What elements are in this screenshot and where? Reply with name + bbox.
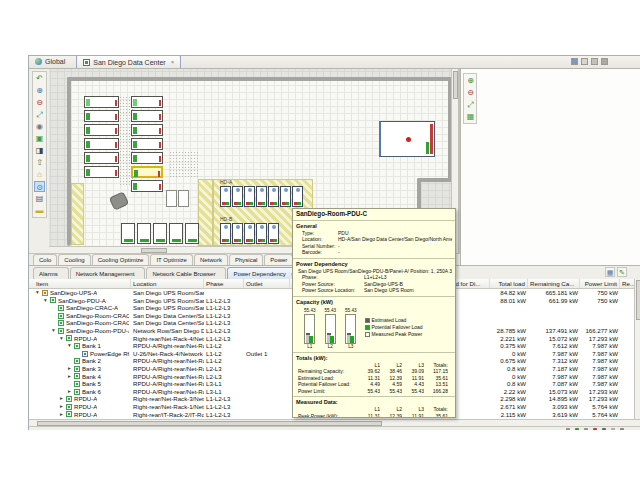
view-mode-tab[interactable]: Cooling Optimize	[92, 254, 150, 265]
rack[interactable]	[131, 138, 163, 150]
rack[interactable]	[84, 110, 119, 122]
rack[interactable]	[185, 223, 199, 244]
item-icon	[74, 381, 80, 387]
rack[interactable]	[84, 96, 119, 108]
totals-row: Power Limit: 55.4355.43 55.43166.28	[296, 388, 448, 395]
close-icon[interactable]: ×	[171, 59, 175, 65]
column-header[interactable]: Location	[131, 279, 204, 288]
view-mode-tab[interactable]: IT Optimize	[150, 254, 193, 265]
legend-swatch	[365, 332, 370, 337]
table-vscrollbar[interactable]	[634, 279, 640, 419]
item-icon	[66, 335, 72, 341]
view-mode-tab[interactable]: Physical	[229, 254, 263, 265]
column-header[interactable]: Total load	[490, 279, 528, 288]
map-tool-icon[interactable]: ⊙	[34, 181, 45, 192]
rack[interactable]	[131, 124, 163, 136]
item-outlet	[244, 357, 290, 365]
rack[interactable]	[153, 223, 167, 244]
column-header[interactable]: Item	[34, 279, 131, 288]
column-header[interactable]: Remaining Ca...	[528, 279, 580, 288]
panel-tab[interactable]: Network Cable Browser	[146, 267, 226, 279]
panel-tab[interactable]: Alarms	[33, 267, 69, 279]
item-icon	[42, 290, 48, 296]
pdu-unit[interactable]	[379, 121, 435, 157]
column-header[interactable]: Power Limit	[580, 279, 620, 288]
map-tool-icon[interactable]: ⊕	[465, 75, 476, 86]
item-total-load: 88.01 kW	[490, 297, 528, 305]
item-power-limit: 750 kW	[580, 297, 620, 305]
view-min-max-buttons[interactable]	[571, 58, 608, 65]
editor-tab[interactable]: Global	[29, 55, 76, 68]
column-header[interactable]: Outlet	[244, 279, 290, 288]
rack[interactable]	[131, 180, 163, 192]
rack[interactable]	[131, 96, 163, 108]
map-tool-icon[interactable]: ▤	[34, 193, 45, 204]
map-tool-icon[interactable]: ◉	[34, 121, 45, 132]
map-tool-icon[interactable]: ◨	[34, 145, 45, 156]
hd-rack[interactable]	[232, 223, 243, 244]
map-tool-icon[interactable]: ▬	[34, 205, 45, 216]
view-mode-tab[interactable]: Colo	[33, 254, 57, 265]
hd-rack[interactable]	[292, 186, 303, 207]
hd-rack[interactable]	[256, 223, 267, 244]
used-for-cell	[450, 335, 490, 343]
editor-tab-bar: Global San Diego Data Center ×	[29, 56, 640, 69]
item-location: Right-rear/Net-Rack-4/Network R...	[131, 335, 204, 343]
item-power-limit	[580, 304, 620, 312]
hd-rack[interactable]	[268, 186, 279, 207]
rack[interactable]	[169, 223, 183, 244]
map-tool-icon[interactable]: ⊖	[34, 97, 45, 108]
map-tool-icon[interactable]: ⊕	[34, 85, 45, 96]
column-header[interactable]: Phase	[204, 279, 244, 288]
map-tool-icon[interactable]: ⤢	[465, 99, 476, 110]
hd-rack[interactable]	[280, 186, 291, 207]
hd-rack[interactable]	[244, 186, 255, 207]
status-icon	[566, 428, 570, 431]
panel-tab-label: Network Cable Browser	[152, 268, 215, 280]
column-header[interactable]: ed for Di...	[450, 279, 490, 288]
rack[interactable]	[137, 223, 151, 244]
item-outlet	[244, 312, 290, 320]
rack[interactable]	[131, 152, 163, 164]
panel-toolbar-icon[interactable]: ✎	[617, 267, 627, 277]
floor-box[interactable]	[166, 190, 177, 207]
item-outlet	[244, 395, 290, 403]
tooltip-power-dependency-section: Power Dependency San Diego UPS Room/SanD…	[293, 258, 455, 296]
used-for-cell	[450, 403, 490, 411]
rack[interactable]	[121, 223, 135, 244]
map-tool-icon[interactable]: ▦	[465, 111, 476, 122]
item-remaining-capacity: 15.073 kW	[528, 388, 580, 396]
map-tool-icon[interactable]: ⊖	[465, 87, 476, 98]
item-outlet	[244, 403, 290, 411]
rack[interactable]	[84, 152, 119, 164]
floor-box[interactable]	[178, 190, 189, 207]
map-tool-icon[interactable]: ⤢	[34, 109, 45, 120]
rack[interactable]	[131, 110, 163, 122]
hd-rack[interactable]	[244, 223, 255, 244]
view-mode-tab[interactable]: Cooling	[58, 254, 90, 265]
panel-toolbar-icon[interactable]: ▦	[605, 267, 615, 277]
hd-rack[interactable]	[256, 186, 267, 207]
hd-rack[interactable]	[232, 186, 243, 207]
map-tool-icon[interactable]: ⇧	[34, 157, 45, 168]
hd-rack[interactable]	[268, 223, 279, 244]
rack[interactable]	[84, 138, 119, 150]
map-tool-icon[interactable]: ▣	[34, 133, 45, 144]
selected-rack[interactable]	[131, 166, 163, 178]
item-outlet: Outlet 1	[244, 350, 290, 358]
map-tool-icon[interactable]: ↶	[34, 73, 45, 84]
panel-tab[interactable]: Power Dependency ×	[227, 267, 300, 279]
view-mode-tab[interactable]: Network	[194, 254, 228, 265]
rack[interactable]	[84, 124, 119, 136]
rack[interactable]	[84, 166, 119, 178]
panel-tab[interactable]: Network Management	[70, 267, 146, 279]
hd-rack[interactable]	[220, 186, 231, 207]
editor-tab[interactable]: San Diego Data Center ×	[76, 55, 181, 68]
map-tool-icon[interactable]: ⌂	[34, 169, 45, 180]
hd-rack[interactable]	[220, 223, 231, 244]
table-hscrollbar[interactable]	[29, 419, 640, 426]
item-phase: L3-L1	[204, 388, 244, 396]
item-icon	[74, 389, 80, 395]
item-remaining-capacity: 7.312 kW	[528, 357, 580, 365]
view-mode-tab[interactable]: Power	[264, 254, 293, 265]
